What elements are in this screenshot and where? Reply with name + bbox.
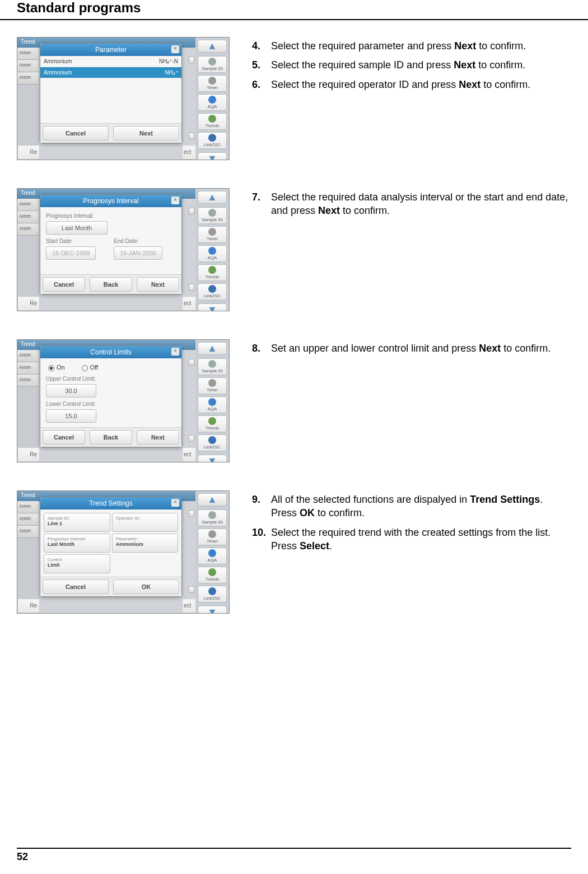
side-button-label: AQA bbox=[208, 104, 217, 109]
side-icon bbox=[208, 209, 216, 217]
side-icon bbox=[208, 549, 216, 557]
scroll-down-icon[interactable] bbox=[189, 586, 194, 593]
scroll-up-icon[interactable] bbox=[189, 208, 194, 214]
side-button[interactable]: AQA bbox=[198, 548, 227, 564]
scroll-up-icon[interactable] bbox=[189, 510, 194, 517]
arrow-up-icon[interactable]: ▲ bbox=[198, 191, 227, 204]
side-icon bbox=[208, 417, 216, 425]
side-button-label: Sample ID bbox=[202, 66, 222, 71]
side-button[interactable]: Trends bbox=[198, 264, 227, 281]
side-button[interactable]: Sample ID bbox=[198, 207, 227, 224]
side-button-label: Link2SC bbox=[204, 445, 221, 450]
step-number: 10. bbox=[252, 526, 271, 553]
end-date-field[interactable]: 16-JAN-2000 bbox=[114, 246, 162, 260]
arrow-down-icon[interactable]: ▼ bbox=[198, 455, 227, 462]
side-button[interactable]: Sample ID bbox=[198, 510, 227, 526]
dialog-header: Parameter × bbox=[40, 44, 181, 56]
setting-cell[interactable]: Operator ID: bbox=[112, 513, 179, 532]
cancel-button[interactable]: Cancel bbox=[43, 126, 109, 141]
step-number: 4. bbox=[252, 39, 271, 53]
cancel-button[interactable]: Cancel bbox=[43, 430, 85, 445]
side-button[interactable]: Link2SC bbox=[198, 132, 227, 149]
scroll-down-icon[interactable] bbox=[189, 284, 194, 291]
setting-cell[interactable]: Prognosys Interval: Last Month bbox=[44, 534, 110, 553]
instructions: 8. Set an upper and lower control limit … bbox=[252, 339, 571, 462]
next-button[interactable]: Next bbox=[137, 277, 179, 292]
setting-cell[interactable]: Parameter: Ammonium bbox=[112, 534, 179, 553]
back-button[interactable]: Back bbox=[90, 430, 132, 445]
screenshot: Trend AmmAmmAmm Re ect ▲ Sample ID Timer… bbox=[17, 490, 230, 614]
step-text: Select the required data analysis interv… bbox=[271, 190, 571, 218]
side-button[interactable]: Timer bbox=[198, 377, 227, 394]
upper-limit-label: Upper Control Limit: bbox=[46, 376, 176, 382]
arrow-up-icon[interactable]: ▲ bbox=[198, 342, 227, 355]
side-icon bbox=[208, 96, 216, 104]
bg-row: Amm bbox=[17, 501, 39, 513]
upper-limit-field[interactable]: 30.0 bbox=[46, 384, 96, 398]
list-item[interactable]: Ammonium NH₄⁺ bbox=[40, 67, 181, 78]
side-button[interactable]: AQA bbox=[198, 396, 227, 413]
scroll-up-icon[interactable] bbox=[189, 359, 194, 366]
close-icon[interactable]: × bbox=[171, 499, 179, 507]
side-button[interactable]: AQA bbox=[198, 94, 227, 111]
side-button[interactable]: Trends bbox=[198, 415, 227, 432]
dialog: Parameter × Ammonium NH₄⁺-N Ammonium NH₄… bbox=[40, 43, 182, 143]
arrow-down-icon[interactable]: ▼ bbox=[198, 303, 227, 311]
setting-label: Control bbox=[48, 557, 106, 562]
screenshot: Trend AmmAmmAmm Re ect ▲ Sample ID Timer… bbox=[17, 339, 230, 462]
side-button-label: Link2SC bbox=[204, 142, 221, 147]
next-button[interactable]: Next bbox=[137, 430, 179, 445]
lower-limit-label: Lower Control Limit: bbox=[46, 401, 176, 407]
arrow-up-icon[interactable]: ▲ bbox=[198, 493, 227, 506]
cancel-button[interactable]: Cancel bbox=[43, 579, 109, 594]
step-number: 6. bbox=[252, 78, 271, 91]
bg-bottom-left: Re bbox=[17, 447, 40, 462]
side-icon bbox=[208, 360, 216, 368]
arrow-down-icon[interactable]: ▼ bbox=[198, 152, 227, 160]
cancel-button[interactable]: Cancel bbox=[43, 277, 85, 292]
on-radio[interactable]: On bbox=[48, 364, 65, 371]
side-icon bbox=[208, 247, 216, 255]
section-title: Standard programs bbox=[17, 0, 571, 19]
side-button[interactable]: Sample ID bbox=[198, 56, 227, 73]
list-item[interactable]: Ammonium NH₄⁺-N bbox=[40, 56, 181, 67]
next-button[interactable]: Next bbox=[113, 126, 179, 141]
close-icon[interactable]: × bbox=[171, 348, 179, 356]
side-button[interactable]: Sample ID bbox=[198, 358, 227, 375]
side-button[interactable]: Link2SC bbox=[198, 283, 227, 300]
setting-value: Line 1 bbox=[48, 521, 106, 526]
side-button[interactable]: Trends bbox=[198, 113, 227, 130]
side-button[interactable]: AQA bbox=[198, 245, 227, 262]
lower-limit-field[interactable]: 15.0 bbox=[46, 409, 96, 423]
side-button-label: AQA bbox=[208, 255, 217, 260]
side-button[interactable]: Link2SC bbox=[198, 586, 227, 602]
dialog-footer: CancelBackNext bbox=[40, 274, 181, 294]
side-button[interactable]: Timer bbox=[198, 529, 227, 545]
close-icon[interactable]: × bbox=[171, 45, 179, 53]
side-button[interactable]: Link2SC bbox=[198, 434, 227, 451]
arrow-down-icon[interactable]: ▼ bbox=[198, 606, 227, 614]
setting-value: Limit bbox=[48, 562, 106, 568]
side-button-label: Timer bbox=[207, 236, 218, 241]
scroll-up-icon[interactable] bbox=[189, 57, 194, 63]
side-button[interactable]: Timer bbox=[198, 75, 227, 92]
side-button[interactable]: Trends bbox=[198, 567, 227, 583]
close-icon[interactable]: × bbox=[171, 197, 179, 204]
bg-row: Amm bbox=[17, 60, 39, 72]
side-button-label: AQA bbox=[208, 406, 217, 412]
start-date-field[interactable]: 16-DEC-1999 bbox=[46, 246, 96, 260]
setting-cell[interactable]: Sample ID: Line 1 bbox=[44, 513, 110, 532]
setting-cell[interactable]: Control Limit bbox=[44, 554, 110, 573]
off-radio[interactable]: Off bbox=[82, 364, 98, 371]
ok-button[interactable]: OK bbox=[113, 579, 179, 594]
bg-left-col: AmmAmmAmm bbox=[17, 501, 39, 613]
interval-select[interactable]: Last Month bbox=[46, 221, 108, 235]
dialog-header: Control Limits × bbox=[40, 346, 181, 358]
scroll-down-icon[interactable] bbox=[189, 133, 194, 139]
dialog-body: Sample ID: Line 1 Operator ID: Prognosys… bbox=[40, 510, 181, 577]
scroll-down-icon[interactable] bbox=[189, 435, 194, 442]
arrow-up-icon[interactable]: ▲ bbox=[198, 40, 227, 53]
step-number: 7. bbox=[252, 190, 271, 218]
side-button[interactable]: Timer bbox=[198, 226, 227, 243]
back-button[interactable]: Back bbox=[90, 277, 132, 292]
